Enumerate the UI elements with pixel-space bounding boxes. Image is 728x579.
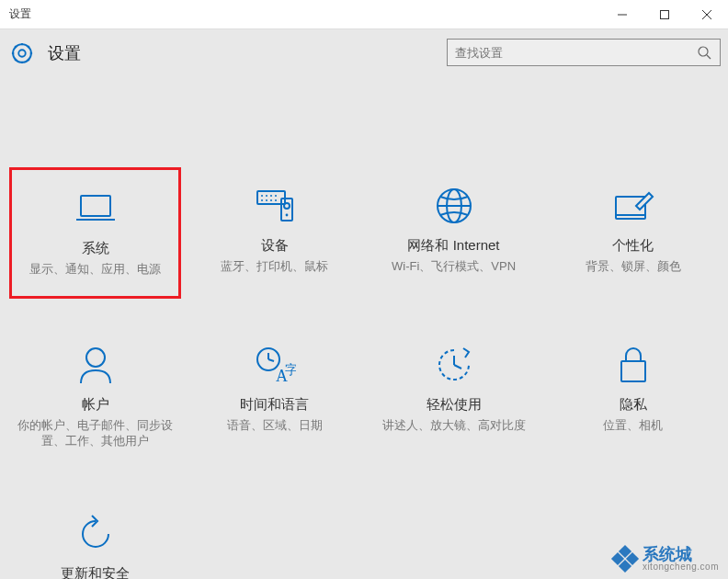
- devices-icon: [253, 184, 297, 228]
- svg-point-12: [266, 195, 267, 197]
- svg-point-6: [699, 47, 708, 56]
- svg-point-18: [275, 199, 277, 201]
- tile-system[interactable]: 系统 显示、通知、应用、电源: [9, 167, 181, 299]
- svg-line-7: [707, 55, 711, 59]
- tile-desc: Wi-Fi、飞行模式、VPN: [392, 258, 516, 275]
- svg-rect-8: [81, 196, 110, 216]
- svg-point-20: [284, 203, 290, 209]
- window-title: 设置: [9, 6, 31, 22]
- tile-network[interactable]: 网络和 Internet Wi-Fi、飞行模式、VPN: [368, 167, 540, 299]
- minimize-button[interactable]: [601, 0, 643, 29]
- svg-point-14: [275, 195, 277, 197]
- maximize-button[interactable]: [643, 0, 686, 29]
- tile-desc: 背景、锁屏、颜色: [586, 258, 681, 275]
- laptop-icon: [74, 187, 118, 231]
- tile-personalization[interactable]: 个性化 背景、锁屏、颜色: [547, 167, 719, 299]
- watermark-text: 系统城: [643, 546, 719, 562]
- gear-icon: [9, 40, 35, 66]
- watermark-icon: [613, 547, 637, 571]
- ease-icon: [432, 343, 476, 387]
- tile-devices[interactable]: 设备 蓝牙、打印机、鼠标: [188, 167, 360, 299]
- tile-privacy[interactable]: 隐私 位置、相机: [547, 326, 719, 468]
- lock-icon: [611, 343, 655, 387]
- page-title: 设置: [48, 42, 81, 64]
- window-controls: [601, 0, 728, 29]
- tile-title: 时间和语言: [240, 396, 309, 414]
- tile-title: 轻松使用: [427, 396, 482, 414]
- svg-line-30: [268, 359, 274, 361]
- svg-point-15: [261, 199, 263, 201]
- tile-title: 个性化: [612, 237, 654, 255]
- tile-title: 隐私: [620, 396, 647, 414]
- svg-rect-1: [661, 11, 669, 19]
- search-input[interactable]: [455, 46, 696, 60]
- tile-desc: 你的帐户、电子邮件、同步设置、工作、其他用户: [17, 417, 174, 449]
- close-button[interactable]: [686, 0, 728, 29]
- tile-title: 设备: [261, 237, 289, 255]
- svg-point-16: [266, 199, 267, 201]
- tile-desc: 语音、区域、日期: [227, 417, 323, 434]
- tile-desc: 位置、相机: [603, 417, 663, 434]
- svg-point-17: [270, 199, 272, 201]
- search-box[interactable]: [447, 39, 721, 66]
- search-icon[interactable]: [696, 44, 712, 61]
- user-icon: [74, 343, 118, 387]
- tile-time-language[interactable]: A 字 时间和语言 语音、区域、日期: [188, 326, 360, 468]
- svg-point-27: [86, 348, 105, 367]
- time-language-icon: A 字: [253, 343, 297, 387]
- svg-point-11: [261, 195, 263, 197]
- globe-icon: [432, 184, 476, 228]
- svg-point-13: [270, 195, 272, 197]
- update-icon: [74, 512, 118, 556]
- svg-point-4: [18, 50, 25, 56]
- tile-title: 更新和安全: [61, 565, 130, 579]
- watermark-sub: xitongcheng.com: [643, 562, 719, 572]
- tile-title: 帐户: [82, 396, 109, 414]
- tile-title: 网络和 Internet: [407, 237, 499, 255]
- tile-desc: 蓝牙、打印机、鼠标: [221, 258, 328, 275]
- tile-desc: 显示、通知、应用、电源: [29, 261, 161, 278]
- svg-point-5: [13, 44, 31, 62]
- svg-line-34: [454, 365, 461, 369]
- tile-accounts[interactable]: 帐户 你的帐户、电子邮件、同步设置、工作、其他用户: [9, 326, 181, 468]
- tile-ease-of-access[interactable]: 轻松使用 讲述人、放大镜、高对比度: [368, 326, 540, 468]
- svg-rect-35: [621, 361, 645, 381]
- watermark: 系统城 xitongcheng.com: [613, 546, 719, 572]
- svg-point-21: [285, 214, 288, 217]
- settings-grid: 系统 显示、通知、应用、电源 设备 蓝牙、打印机、鼠标 网络和 Internet: [0, 75, 728, 579]
- tile-title: 系统: [82, 240, 109, 257]
- personalize-icon: [611, 184, 655, 228]
- tile-update-security[interactable]: 更新和安全: [9, 495, 181, 579]
- tile-desc: 讲述人、放大镜、高对比度: [382, 417, 526, 434]
- svg-text:字: 字: [285, 362, 296, 377]
